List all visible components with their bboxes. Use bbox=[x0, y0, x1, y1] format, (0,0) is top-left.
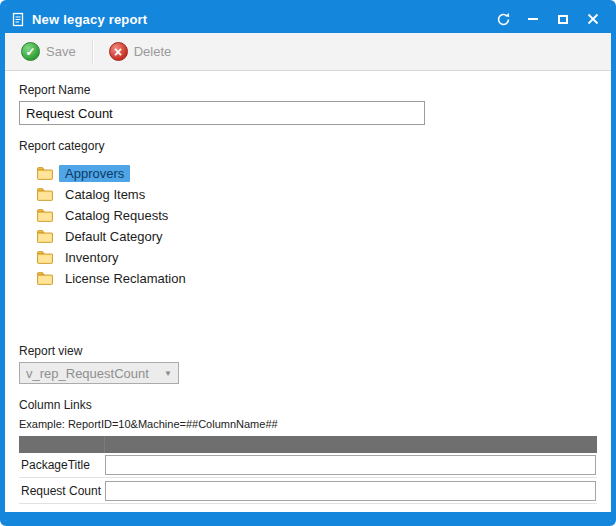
dialog-body: Report Name Report category Approvers Ca… bbox=[5, 71, 611, 512]
tree-item-label: Inventory bbox=[59, 249, 124, 266]
table-header-cell bbox=[19, 436, 105, 453]
report-view-value: v_rep_RequestCount bbox=[26, 366, 160, 381]
folder-icon bbox=[37, 167, 53, 180]
close-icon bbox=[587, 13, 599, 25]
tree-item-default-category[interactable]: Default Category bbox=[23, 226, 597, 247]
column-links-label: Column Links bbox=[19, 398, 597, 412]
report-view-label: Report view bbox=[19, 344, 597, 358]
tree-item-catalog-requests[interactable]: Catalog Requests bbox=[23, 205, 597, 226]
chevron-down-icon: ▼ bbox=[164, 369, 172, 378]
folder-icon bbox=[37, 272, 53, 285]
tree-item-inventory[interactable]: Inventory bbox=[23, 247, 597, 268]
report-name-input[interactable] bbox=[19, 101, 425, 125]
refresh-button[interactable] bbox=[491, 8, 515, 30]
row-label-packagetitle: PackageTitle bbox=[19, 458, 105, 472]
table-row: Request Count bbox=[19, 478, 597, 503]
save-label: Save bbox=[46, 44, 76, 59]
refresh-icon bbox=[496, 12, 511, 27]
window-bottom-border bbox=[5, 512, 611, 521]
maximize-icon bbox=[558, 15, 568, 24]
window-controls bbox=[491, 8, 605, 30]
report-icon bbox=[11, 12, 25, 27]
folder-icon bbox=[37, 209, 53, 222]
folder-icon bbox=[37, 188, 53, 201]
tree-item-catalog-items[interactable]: Catalog Items bbox=[23, 184, 597, 205]
minimize-icon bbox=[528, 18, 538, 20]
tree-item-label: License Reclamation bbox=[59, 270, 192, 287]
toolbar-separator bbox=[92, 40, 93, 64]
maximize-button[interactable] bbox=[551, 8, 575, 30]
column-links-table: PackageTitle Request Count bbox=[19, 436, 597, 504]
tree-item-label: Approvers bbox=[59, 165, 130, 182]
toolbar: ✓ Save × Delete bbox=[5, 33, 611, 71]
row-label-request-count: Request Count bbox=[19, 484, 105, 498]
spacer bbox=[19, 289, 597, 344]
delete-icon: × bbox=[109, 42, 128, 61]
tree-item-label: Catalog Items bbox=[59, 186, 151, 203]
report-name-label: Report Name bbox=[19, 83, 597, 97]
column-links-example: Example: ReportID=10&Machine=##ColumnNam… bbox=[19, 418, 597, 430]
category-tree: Approvers Catalog Items Catalog Requests… bbox=[23, 163, 597, 289]
window-title: New legacy report bbox=[32, 12, 147, 27]
save-icon: ✓ bbox=[21, 42, 40, 61]
table-header bbox=[19, 436, 597, 453]
table-header-cell bbox=[105, 436, 597, 453]
tree-item-license-reclamation[interactable]: License Reclamation bbox=[23, 268, 597, 289]
delete-label: Delete bbox=[134, 44, 172, 59]
minimize-button[interactable] bbox=[521, 8, 545, 30]
save-button[interactable]: ✓ Save bbox=[15, 38, 82, 65]
delete-button[interactable]: × Delete bbox=[103, 38, 178, 65]
packagetitle-input[interactable] bbox=[105, 455, 596, 475]
report-category-label: Report category bbox=[19, 139, 597, 153]
titlebar: New legacy report bbox=[5, 5, 611, 33]
report-view-select[interactable]: v_rep_RequestCount ▼ bbox=[19, 362, 179, 384]
tree-item-label: Catalog Requests bbox=[59, 207, 174, 224]
table-row: PackageTitle bbox=[19, 453, 597, 478]
new-legacy-report-dialog: New legacy report bbox=[0, 0, 616, 526]
tree-item-approvers[interactable]: Approvers bbox=[23, 163, 597, 184]
folder-icon bbox=[37, 230, 53, 243]
close-button[interactable] bbox=[581, 8, 605, 30]
folder-icon bbox=[37, 251, 53, 264]
tree-item-label: Default Category bbox=[59, 228, 169, 245]
request-count-input[interactable] bbox=[105, 481, 596, 501]
